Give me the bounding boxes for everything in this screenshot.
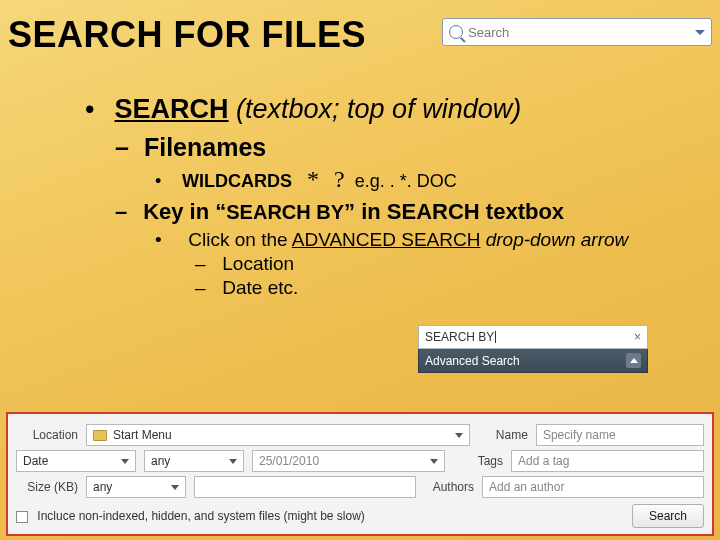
adv-underline: ADVANCED SEARCH	[292, 229, 481, 250]
chevron-down-icon	[121, 459, 129, 464]
popup-search-input[interactable]: SEARCH BY ×	[418, 325, 648, 349]
tags-placeholder: Add a tag	[518, 454, 569, 468]
size-label: Size (KB)	[16, 480, 78, 494]
l1-rest: (textbox; top of window)	[229, 94, 522, 124]
bullet-level2-keyin: – Key in “SEARCH BY” in SEARCH textbox	[115, 199, 700, 225]
tags-label: Tags	[453, 454, 503, 468]
chevron-down-icon	[171, 485, 179, 490]
size-any-dropdown[interactable]: any	[86, 476, 186, 498]
search-by-text: SEARCH BY	[226, 201, 344, 223]
chevron-up-icon	[626, 353, 641, 368]
adv-post: drop-down arrow	[480, 229, 628, 250]
include-label-text: Incluce non-indexed, hidden, and system …	[37, 509, 365, 523]
date-any: any	[151, 454, 170, 468]
dropdown-icon[interactable]	[695, 30, 705, 35]
date-value: 25/01/2010	[259, 454, 319, 468]
bullet-level4-advanced: • Click on the ADVANCED SEARCH drop-down…	[155, 229, 700, 251]
dash-glyph-4: –	[195, 277, 217, 299]
l1-bold: SEARCH	[115, 94, 229, 124]
bullet-level1: • SEARCH (textbox; top of window)	[85, 94, 700, 125]
adv-label: Advanced Search	[425, 354, 520, 368]
chevron-down-icon	[430, 459, 438, 464]
advanced-search-button[interactable]: Advanced Search	[418, 349, 648, 373]
search-button-label: Search	[649, 509, 687, 523]
adv-pre: Click on the	[188, 229, 292, 250]
search-placeholder: Search	[468, 25, 509, 40]
dash-glyph-3: –	[195, 253, 217, 275]
folder-icon	[93, 430, 107, 441]
l5b-text: Date etc.	[222, 277, 298, 298]
tags-input[interactable]: Add a tag	[511, 450, 704, 472]
name-placeholder: Specify name	[543, 428, 616, 442]
chevron-down-icon	[229, 459, 237, 464]
l2a-text: Filenames	[144, 133, 266, 161]
close-icon[interactable]: ×	[634, 330, 641, 344]
search-button[interactable]: Search	[632, 504, 704, 528]
date-any-dropdown[interactable]: any	[144, 450, 244, 472]
star-glyph: *	[307, 166, 319, 192]
cursor-icon	[495, 331, 496, 343]
location-dropdown[interactable]: Start Menu	[86, 424, 470, 446]
top-search-input[interactable]: Search	[442, 18, 712, 46]
size-value-input[interactable]	[194, 476, 416, 498]
popup-search-text: SEARCH BY	[425, 330, 494, 344]
dot-glyph-2: •	[155, 229, 183, 251]
keyin-pre: Key in	[143, 199, 215, 224]
dot-glyph: •	[155, 171, 177, 192]
dash-glyph: –	[115, 133, 137, 162]
include-checkbox[interactable]: Incluce non-indexed, hidden, and system …	[16, 509, 365, 523]
date-label: Date	[23, 454, 48, 468]
dash-glyph-2: –	[115, 199, 137, 225]
chevron-down-icon	[455, 433, 463, 438]
bullet-glyph: •	[85, 94, 107, 125]
close-quote: ”	[344, 199, 355, 224]
open-quote: “	[215, 199, 226, 224]
advanced-search-panel: Location Start Menu Name Specify name Da…	[6, 412, 714, 536]
authors-input[interactable]: Add an author	[482, 476, 704, 498]
wildcards-label: WILDCARDS	[182, 171, 292, 191]
location-label: Location	[16, 428, 78, 442]
slide-content: • SEARCH (textbox; top of window) – File…	[0, 56, 720, 311]
name-label: Name	[478, 428, 528, 442]
bullet-level3-wildcards: • WILDCARDS * ? e.g. . *. DOC	[155, 166, 700, 193]
wildcards-example: e.g. . *. DOC	[355, 171, 457, 191]
bullet-level2-filenames: – Filenames	[115, 133, 700, 162]
date-type-dropdown[interactable]: Date	[16, 450, 136, 472]
search-icon	[449, 25, 463, 39]
bullet-level5-date: – Date etc.	[195, 277, 700, 299]
name-input[interactable]: Specify name	[536, 424, 704, 446]
authors-placeholder: Add an author	[489, 480, 564, 494]
date-value-input[interactable]: 25/01/2010	[252, 450, 445, 472]
authors-label: Authors	[424, 480, 474, 494]
question-glyph: ?	[334, 166, 345, 192]
l5a-text: Location	[222, 253, 294, 274]
keyin-post: in SEARCH textbox	[355, 199, 564, 224]
location-value: Start Menu	[113, 428, 172, 442]
checkbox-icon	[16, 511, 28, 523]
bullet-level5-location: – Location	[195, 253, 700, 275]
size-any: any	[93, 480, 112, 494]
advanced-search-popup: SEARCH BY × Advanced Search	[418, 325, 648, 373]
